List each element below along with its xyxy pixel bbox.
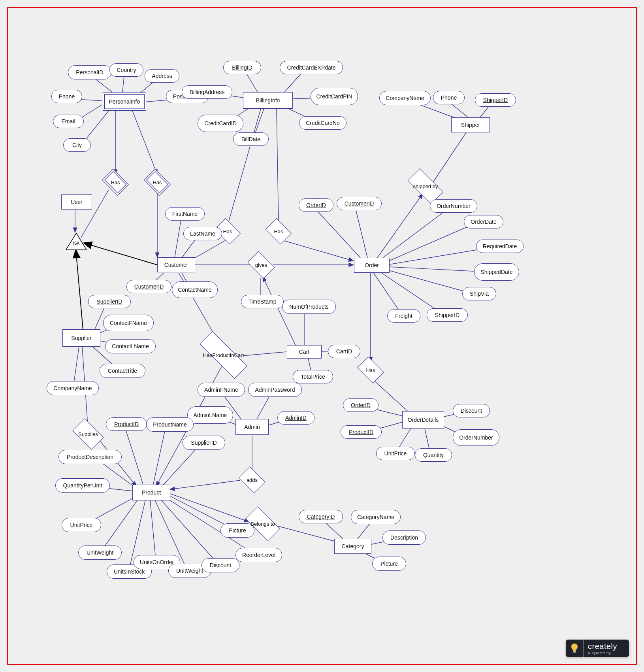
- attr-ccexpdate: CreditCardEXPdate: [280, 61, 343, 74]
- attr-cat-description: Description: [382, 530, 426, 545]
- attr-cartid: CartID: [328, 345, 360, 358]
- attr-orderdate: OrderDate: [464, 215, 503, 228]
- attr-cat-picture: Picture: [372, 557, 406, 571]
- attr-prod-supplierid: SupplierID: [183, 436, 225, 450]
- entity-admin: Admin: [235, 419, 269, 435]
- attr-personalid: PersonalID: [68, 65, 111, 79]
- attr-order-orderid: OrderID: [299, 198, 333, 212]
- svg-rect-95: [573, 652, 576, 653]
- attr-contactfname: ContactFName: [103, 315, 154, 331]
- attr-reorderlevel: ReorderLevel: [235, 548, 282, 562]
- entity-order: Order: [354, 258, 390, 273]
- entity-cart: Cart: [287, 345, 322, 359]
- creately-badge: creately Diagramming: [566, 640, 629, 657]
- attr-contactlname: ContactLName: [105, 339, 156, 353]
- attr-billingaddress: BillingAddress: [182, 85, 232, 99]
- attr-timestamp: TimeStamp: [241, 295, 284, 308]
- attr-firstname: FirstName: [165, 207, 205, 221]
- bulb-icon: [566, 640, 584, 657]
- attr-adminlname: AdminLName: [187, 406, 233, 424]
- attr-shippeddate: ShippedDate: [474, 263, 519, 281]
- entity-billinginfo: BillingInfo: [243, 92, 293, 109]
- attr-quantityperunit: QuantityPerUnit: [55, 478, 110, 493]
- attr-od-quantity: Quantity: [415, 448, 452, 462]
- rel-supplies: Supplies: [75, 425, 102, 443]
- entity-personalinfo: PersonalInfo: [103, 92, 146, 111]
- badge-subtitle: Diagramming: [588, 651, 617, 655]
- attr-unitweight: UnitWeight: [78, 546, 122, 560]
- attr-requireddate: RequiredDate: [476, 240, 523, 253]
- attr-contacttitle: ContactTitle: [100, 364, 145, 378]
- attr-numofproducts: NumOfProducts: [282, 300, 336, 314]
- svg-rect-94: [573, 651, 576, 652]
- attr-contactname: ContactName: [172, 281, 218, 298]
- entity-category: Category: [334, 539, 371, 554]
- attr-od-unitprice: UnitPrice: [376, 447, 415, 460]
- attr-categoryid: CategoryID: [299, 510, 343, 523]
- attr-supplierid: SupplierID: [88, 295, 131, 308]
- attr-od-discount: Discount: [453, 404, 490, 417]
- attr-lastname: LastName: [183, 227, 222, 240]
- attr-totalprice: TotalPrice: [293, 370, 333, 383]
- attr-order-shipperid: ShipperID: [427, 308, 468, 322]
- attr-ccid: CreditCardID: [198, 115, 243, 132]
- entity-user: User: [61, 194, 92, 210]
- rel-has-personal-supplier: Has: [104, 174, 126, 190]
- attr-ordernumber: OrderNumber: [430, 199, 477, 213]
- attr-adminfname: AdminFName: [198, 383, 245, 397]
- entity-customer: Customer: [157, 257, 195, 272]
- rel-gives: gives: [250, 257, 273, 273]
- rel-adds: adds: [241, 472, 263, 488]
- rel-has-product-in-cart: HasProductInCart: [199, 346, 248, 364]
- attr-adminid: AdminID: [277, 411, 314, 425]
- rel-has-personal-customer: Has: [146, 174, 168, 190]
- attr-country: Country: [109, 63, 143, 77]
- attr-od-orderid: OrderID: [343, 398, 378, 412]
- attr-productdescription: ProductDescription: [58, 450, 122, 464]
- attr-address: Address: [145, 69, 179, 83]
- attr-od-ordernumber: OrderNumber: [453, 429, 499, 446]
- attr-order-customerid: CustomerID: [337, 197, 382, 210]
- attr-categoryname: CategoryName: [351, 510, 401, 524]
- rel-shipped-by: shipped by: [409, 177, 442, 195]
- rel-has-billing-order: Has: [268, 223, 289, 239]
- attr-shipvia: ShipVia: [462, 287, 496, 300]
- rel-order-has-details: Has: [360, 362, 382, 378]
- isa-triangle: ISA: [65, 232, 87, 251]
- attr-productname: ProductName: [146, 417, 194, 432]
- attr-ccpin: CreditCardPIN: [311, 88, 358, 105]
- attr-adminpassword: AdminPassword: [248, 383, 302, 397]
- attr-supplier-company: CompanyName: [47, 381, 99, 395]
- entity-supplier: Supplier: [62, 329, 100, 347]
- attr-od-productid: ProductID: [341, 425, 382, 439]
- attr-phone-personal: Phone: [51, 90, 82, 103]
- attr-customerid: CustomerID: [126, 280, 171, 293]
- attr-ccno: CreditCardNo: [299, 116, 346, 130]
- attr-shipper-phone: Phone: [433, 91, 465, 104]
- badge-title: creately: [588, 642, 617, 650]
- attr-city: City: [63, 138, 91, 152]
- attr-shipper-company: CompanyName: [379, 91, 431, 105]
- attr-shipperid: ShipperID: [475, 93, 516, 107]
- entity-product: Product: [132, 485, 170, 500]
- entity-orderdetails: OrderDetails: [402, 411, 444, 428]
- attr-prod-discount: Discount: [201, 558, 239, 572]
- attr-freight: Freight: [387, 309, 420, 323]
- attr-billdate: BillDate: [233, 132, 269, 146]
- attr-billingid: BillingID: [223, 61, 261, 74]
- attr-prod-unitprice: UnitPrice: [62, 518, 101, 532]
- attr-productid: ProductID: [106, 417, 147, 431]
- attr-email: Email: [53, 115, 84, 128]
- entity-shipper: Shipper: [451, 117, 490, 132]
